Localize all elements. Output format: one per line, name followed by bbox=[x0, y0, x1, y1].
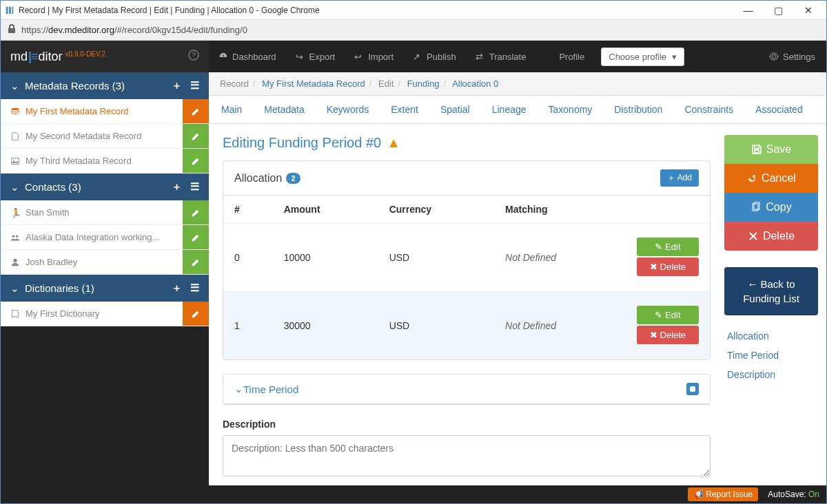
row-edit-button[interactable]: ✎ Edit bbox=[637, 238, 699, 256]
sidebar-dict-0[interactable]: My First Dictionary bbox=[1, 302, 209, 326]
action-stack: Save Cancel Copy Delete bbox=[724, 135, 818, 251]
export-icon: ↪ bbox=[296, 52, 305, 61]
report-issue-button[interactable]: 📢Report Issue bbox=[688, 487, 758, 501]
anchor-description[interactable]: Description bbox=[724, 365, 818, 384]
content: Editing Funding Period #0 ▲ Allocation 2… bbox=[209, 124, 724, 485]
tab-keywords[interactable]: Keywords bbox=[325, 96, 370, 123]
crumb-edit: Edit bbox=[378, 78, 394, 89]
tab-extent[interactable]: Extent bbox=[389, 96, 420, 123]
nav-export[interactable]: ↪Export bbox=[286, 41, 345, 72]
add-dict-icon[interactable]: ＋ bbox=[172, 282, 182, 295]
sidebar-record-0[interactable]: My First Metadata Record bbox=[1, 99, 209, 124]
tab-associated[interactable]: Associated bbox=[754, 96, 804, 123]
col-index: # bbox=[223, 196, 273, 224]
sidebar-record-2[interactable]: My Third Metadata Record bbox=[1, 149, 209, 174]
col-matching: Matching bbox=[494, 196, 626, 224]
edit-record-1[interactable] bbox=[183, 124, 209, 148]
nav-publish[interactable]: ↗Publish bbox=[403, 41, 466, 72]
sidebar-contact-0[interactable]: 🏃Stan Smith bbox=[1, 200, 209, 225]
sidebar-contact-2[interactable]: Josh Bradley bbox=[1, 250, 209, 275]
favicon-icon bbox=[5, 6, 14, 15]
allocation-count-badge: 2 bbox=[286, 173, 300, 184]
sidebar-contacts-header[interactable]: ⌄ Contacts (3) ＋☰ bbox=[1, 174, 209, 200]
add-allocation-button[interactable]: ＋ Add bbox=[660, 169, 699, 187]
tab-lineage[interactable]: Lineage bbox=[491, 96, 528, 123]
edit-record-0[interactable] bbox=[183, 99, 209, 123]
help-icon[interactable]: ? bbox=[188, 50, 199, 63]
list-contacts-icon[interactable]: ☰ bbox=[190, 180, 199, 193]
brand-bars-icon: |≡ bbox=[28, 50, 38, 64]
crumb-record-name[interactable]: My First Metadata Record bbox=[262, 78, 365, 89]
top-nav: md|≡ditor v0.9.0-DEV.2 ? Dashboard ↪Expo… bbox=[1, 41, 826, 72]
chevron-down-icon: ⌄ bbox=[10, 181, 19, 193]
edit-contact-1[interactable] bbox=[183, 225, 209, 249]
brand[interactable]: md|≡ditor v0.9.0-DEV.2 ? bbox=[1, 41, 209, 72]
table-row: 0 10000 USD Not Defined ✎ Edit ✖ Delete bbox=[223, 224, 710, 292]
cancel-button[interactable]: Cancel bbox=[724, 164, 818, 193]
close-button[interactable]: ✕ bbox=[795, 5, 822, 16]
description-input[interactable] bbox=[223, 435, 711, 476]
anchor-links: Allocation Time Period Description bbox=[724, 326, 818, 384]
delete-button[interactable]: Delete bbox=[724, 222, 818, 251]
anchor-time-period[interactable]: Time Period bbox=[724, 346, 818, 365]
tab-taxonomy[interactable]: Taxonomy bbox=[547, 96, 594, 123]
svg-point-5 bbox=[12, 107, 19, 110]
row-delete-button[interactable]: ✖ Delete bbox=[637, 326, 699, 344]
add-contact-icon[interactable]: ＋ bbox=[172, 180, 182, 193]
sidebar-record-1[interactable]: My Second Metadata Record bbox=[1, 124, 209, 149]
nav-dashboard[interactable]: Dashboard bbox=[209, 41, 286, 72]
crumb-funding[interactable]: Funding bbox=[407, 78, 440, 89]
publish-icon: ↗ bbox=[413, 52, 422, 61]
table-row: 1 30000 USD Not Defined ✎ Edit ✖ Delete bbox=[223, 292, 710, 360]
row-delete-button[interactable]: ✖ Delete bbox=[637, 258, 699, 276]
app-body: ⌄ Metadata Records (3) ＋☰ My First Metad… bbox=[1, 72, 826, 503]
import-icon: ↩ bbox=[354, 52, 364, 61]
tab-metadata[interactable]: Metadata bbox=[263, 96, 305, 123]
list-dict-icon[interactable]: ☰ bbox=[190, 282, 199, 295]
minimize-button[interactable]: — bbox=[735, 5, 762, 16]
nav-translate[interactable]: ⇄Translate bbox=[466, 41, 536, 72]
url-text: https://dev.mdeditor.org/#/record/0kgv15… bbox=[21, 25, 247, 35]
row-edit-button[interactable]: ✎ Edit bbox=[637, 306, 699, 324]
add-record-icon[interactable]: ＋ bbox=[172, 79, 182, 92]
nav-import[interactable]: ↩Import bbox=[345, 41, 403, 72]
crumb-allocation[interactable]: Allocation 0 bbox=[452, 78, 498, 89]
maximize-button[interactable]: ▢ bbox=[764, 5, 792, 16]
sidebar-contact-1[interactable]: Alaska Data Integration working... bbox=[1, 225, 209, 250]
profile-select[interactable]: Choose profile ▾ bbox=[601, 48, 684, 66]
edit-dict-0[interactable] bbox=[183, 302, 209, 326]
lock-icon bbox=[6, 23, 17, 36]
window-title: Record | My First Metadata Record | Edit… bbox=[19, 6, 735, 15]
tab-constraints[interactable]: Constraints bbox=[683, 96, 735, 123]
version-label: v0.9.0-DEV.2 bbox=[65, 50, 106, 58]
record-tabs: Main Metadata Keywords Extent Spatial Li… bbox=[209, 96, 826, 124]
save-button[interactable]: Save bbox=[724, 135, 818, 164]
warning-icon: ▲ bbox=[387, 135, 400, 151]
allocation-table: # Amount Currency Matching 0 10000 bbox=[223, 196, 710, 359]
chevron-down-icon: ⌄ bbox=[10, 80, 19, 92]
tab-distribution[interactable]: Distribution bbox=[613, 96, 664, 123]
time-period-toggle[interactable]: ⌄ Time Period bbox=[223, 375, 710, 404]
translate-icon: ⇄ bbox=[476, 52, 485, 61]
edit-contact-2[interactable] bbox=[183, 250, 209, 274]
anchor-allocation[interactable]: Allocation bbox=[724, 326, 818, 346]
stack-icon bbox=[10, 107, 20, 116]
sidebar-records-header[interactable]: ⌄ Metadata Records (3) ＋☰ bbox=[1, 72, 209, 99]
top-nav-items: Dashboard ↪Export ↩Import ↗Publish ⇄Tran… bbox=[209, 41, 758, 72]
sidebar-dict-header[interactable]: ⌄ Dictionaries (1) ＋☰ bbox=[1, 275, 209, 302]
copy-button[interactable]: Copy bbox=[724, 193, 818, 222]
svg-rect-2 bbox=[12, 6, 14, 14]
bullhorn-icon: 📢 bbox=[693, 490, 704, 499]
sidebar: ⌄ Metadata Records (3) ＋☰ My First Metad… bbox=[1, 72, 209, 503]
svg-point-10 bbox=[13, 258, 17, 262]
address-bar[interactable]: https://dev.mdeditor.org/#/record/0kgv15… bbox=[1, 20, 826, 41]
svg-point-7 bbox=[13, 159, 14, 160]
tab-spatial[interactable]: Spatial bbox=[439, 96, 471, 123]
file-icon bbox=[10, 132, 20, 141]
tab-main[interactable]: Main bbox=[220, 96, 243, 123]
back-to-list-button[interactable]: ←Back to Funding List bbox=[724, 267, 818, 315]
nav-settings[interactable]: Settings bbox=[758, 52, 826, 62]
edit-contact-0[interactable] bbox=[183, 200, 209, 224]
edit-record-2[interactable] bbox=[183, 149, 209, 173]
list-records-icon[interactable]: ☰ bbox=[190, 79, 199, 92]
